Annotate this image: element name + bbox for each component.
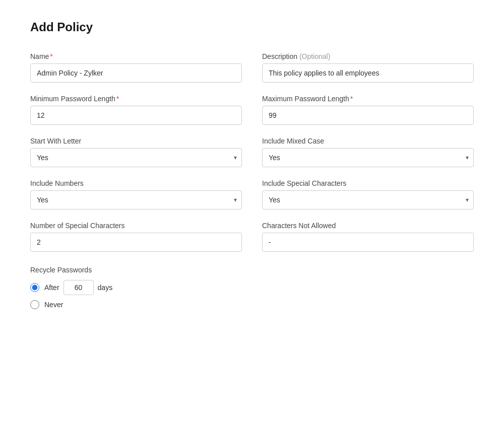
include-numbers-label: Include Numbers <box>30 179 242 187</box>
name-label: Name* <box>30 52 242 60</box>
include-mixed-case-group: Include Mixed Case Yes No ▾ <box>262 137 474 167</box>
include-special-select[interactable]: Yes No <box>262 190 474 209</box>
form: Name* Description (Optional) Minimum Pas… <box>30 52 474 309</box>
max-password-input[interactable] <box>262 106 474 125</box>
min-password-input[interactable] <box>30 106 242 125</box>
start-with-letter-select[interactable]: Yes No <box>30 148 242 167</box>
include-numbers-select-wrapper: Yes No ▾ <box>30 190 242 209</box>
num-special-group: Number of Special Characters <box>30 222 242 252</box>
start-with-letter-label: Start With Letter <box>30 137 242 145</box>
after-radio-option[interactable]: After days <box>30 280 474 295</box>
chars-not-allowed-input[interactable] <box>262 233 474 252</box>
min-password-label: Minimum Password Length* <box>30 95 242 103</box>
num-special-label: Number of Special Characters <box>30 222 242 230</box>
include-mixed-case-select-wrapper: Yes No ▾ <box>262 148 474 167</box>
include-special-group: Include Special Characters Yes No ▾ <box>262 179 474 209</box>
max-password-label: Maximum Password Length* <box>262 95 474 103</box>
include-special-label: Include Special Characters <box>262 179 474 187</box>
recycle-passwords-label: Recycle Passwords <box>30 266 474 274</box>
name-group: Name* <box>30 52 242 83</box>
include-mixed-case-label: Include Mixed Case <box>262 137 474 145</box>
include-special-select-wrapper: Yes No ▾ <box>262 190 474 209</box>
recycle-passwords-section: Recycle Passwords After days Never <box>30 266 474 309</box>
never-radio-option[interactable]: Never <box>30 300 474 309</box>
max-password-group: Maximum Password Length* <box>262 95 474 125</box>
never-radio-input[interactable] <box>30 300 39 309</box>
description-input[interactable] <box>262 63 474 83</box>
start-with-letter-select-wrapper: Yes No ▾ <box>30 148 242 167</box>
after-label: After <box>44 283 59 292</box>
page-container: Add Policy Name* Description (Optional) … <box>0 0 504 329</box>
days-input[interactable] <box>64 280 94 295</box>
include-mixed-case-select[interactable]: Yes No <box>262 148 474 167</box>
chars-not-allowed-group: Characters Not Allowed <box>262 222 474 252</box>
name-input[interactable] <box>30 63 242 83</box>
after-radio-input[interactable] <box>30 283 39 292</box>
num-special-input[interactable] <box>30 233 242 252</box>
description-label: Description (Optional) <box>262 52 474 60</box>
days-text: days <box>98 283 113 292</box>
never-label: Never <box>44 301 63 309</box>
page-title: Add Policy <box>30 20 474 34</box>
after-row: After days <box>44 280 112 295</box>
min-password-group: Minimum Password Length* <box>30 95 242 125</box>
start-with-letter-group: Start With Letter Yes No ▾ <box>30 137 242 167</box>
radio-group: After days Never <box>30 280 474 309</box>
include-numbers-select[interactable]: Yes No <box>30 190 242 209</box>
include-numbers-group: Include Numbers Yes No ▾ <box>30 179 242 209</box>
chars-not-allowed-label: Characters Not Allowed <box>262 222 474 230</box>
description-group: Description (Optional) <box>262 52 474 83</box>
